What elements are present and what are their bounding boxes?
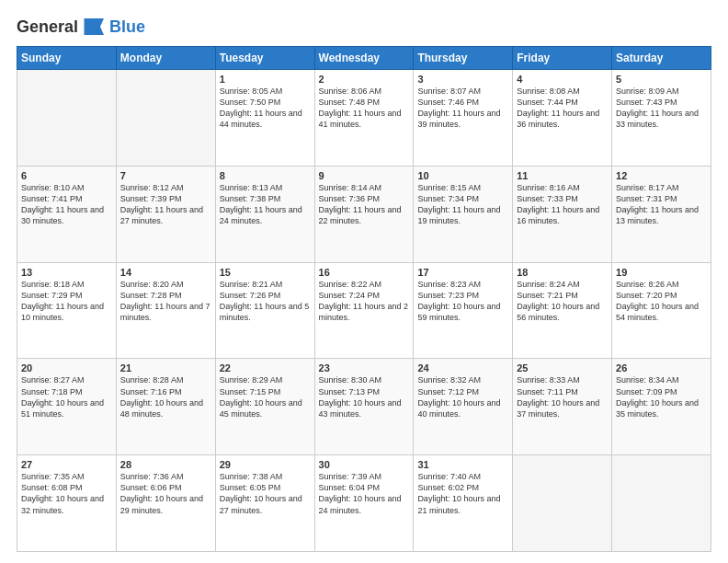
day-number: 7 — [120, 170, 211, 181]
calendar-cell: 23Sunrise: 8:30 AMSunset: 7:13 PMDayligh… — [314, 359, 414, 455]
calendar-cell: 21Sunrise: 8:28 AMSunset: 7:16 PMDayligh… — [116, 359, 215, 455]
cell-text-line: Sunset: 7:39 PM — [120, 193, 211, 204]
calendar-cell: 1Sunrise: 8:05 AMSunset: 7:50 PMDaylight… — [215, 70, 314, 167]
calendar-cell: 4Sunrise: 8:08 AMSunset: 7:44 PMDaylight… — [513, 70, 612, 167]
day-number: 16 — [319, 267, 410, 278]
day-number: 22 — [220, 362, 311, 373]
cell-text-line: Daylight: 10 hours and 54 minutes. — [616, 301, 707, 323]
logo: General Blue — [17, 17, 145, 37]
cell-text-line: Sunset: 7:29 PM — [21, 290, 112, 301]
cell-text-line: Sunrise: 8:33 AM — [517, 374, 608, 385]
cell-text-line: Sunrise: 8:12 AM — [120, 182, 211, 193]
calendar-cell: 20Sunrise: 8:27 AMSunset: 7:18 PMDayligh… — [17, 359, 117, 455]
calendar-cell: 9Sunrise: 8:14 AMSunset: 7:36 PMDaylight… — [314, 166, 414, 262]
cell-text-line: Daylight: 10 hours and 35 minutes. — [616, 397, 707, 419]
cell-text-line: Sunrise: 8:13 AM — [220, 182, 311, 193]
cell-text-line: Sunset: 7:44 PM — [517, 97, 608, 108]
cell-text-line: Sunrise: 7:36 AM — [120, 471, 211, 482]
cell-text-line: Sunset: 7:23 PM — [417, 290, 508, 301]
cell-text-line: Sunset: 7:34 PM — [417, 193, 508, 204]
logo-flag-icon — [82, 17, 108, 37]
cell-text-line: Sunset: 7:50 PM — [220, 97, 311, 108]
day-number: 4 — [517, 74, 608, 85]
calendar-cell: 8Sunrise: 8:13 AMSunset: 7:38 PMDaylight… — [215, 166, 314, 262]
cell-text-line: Sunset: 7:26 PM — [220, 290, 311, 301]
day-number: 10 — [417, 170, 508, 181]
cell-text-line: Sunset: 7:20 PM — [616, 290, 707, 301]
day-number: 1 — [220, 74, 311, 85]
cell-text-line: Sunset: 7:16 PM — [120, 386, 211, 397]
calendar-day-header: Friday — [513, 47, 612, 70]
cell-text-line: Sunset: 7:12 PM — [417, 386, 508, 397]
calendar-cell: 25Sunrise: 8:33 AMSunset: 7:11 PMDayligh… — [513, 359, 612, 455]
cell-text-line: Daylight: 10 hours and 21 minutes. — [417, 493, 508, 515]
cell-text-line: Sunset: 7:13 PM — [319, 386, 410, 397]
cell-text-line: Sunrise: 7:39 AM — [319, 471, 410, 482]
cell-text-line: Daylight: 10 hours and 59 minutes. — [417, 301, 508, 323]
calendar-cell: 24Sunrise: 8:32 AMSunset: 7:12 PMDayligh… — [414, 359, 513, 455]
logo-text-general: General — [17, 17, 78, 37]
calendar-week-row: 13Sunrise: 8:18 AMSunset: 7:29 PMDayligh… — [17, 262, 711, 359]
calendar-cell: 19Sunrise: 8:26 AMSunset: 7:20 PMDayligh… — [612, 262, 711, 359]
cell-text-line: Daylight: 11 hours and 30 minutes. — [21, 204, 112, 226]
calendar-day-header: Sunday — [17, 47, 117, 70]
day-number: 23 — [319, 362, 410, 373]
cell-text-line: Sunset: 7:31 PM — [616, 193, 707, 204]
calendar-cell: 17Sunrise: 8:23 AMSunset: 7:23 PMDayligh… — [414, 262, 513, 359]
cell-text-line: Sunrise: 7:38 AM — [220, 471, 311, 482]
cell-text-line: Daylight: 10 hours and 56 minutes. — [517, 301, 608, 323]
calendar-cell: 7Sunrise: 8:12 AMSunset: 7:39 PMDaylight… — [116, 166, 215, 262]
cell-text-line: Sunset: 7:43 PM — [616, 97, 707, 108]
day-number: 3 — [417, 74, 508, 85]
cell-text-line: Daylight: 11 hours and 39 minutes. — [417, 108, 508, 130]
calendar-week-row: 20Sunrise: 8:27 AMSunset: 7:18 PMDayligh… — [17, 359, 711, 455]
cell-text-line: Sunset: 7:24 PM — [319, 290, 410, 301]
day-number: 29 — [220, 459, 311, 470]
cell-text-line: Daylight: 11 hours and 10 minutes. — [21, 301, 112, 323]
day-number: 2 — [319, 74, 410, 85]
day-number: 24 — [417, 362, 508, 373]
cell-text-line: Sunrise: 8:17 AM — [616, 182, 707, 193]
cell-text-line: Sunrise: 8:05 AM — [220, 86, 311, 97]
cell-text-line: Sunrise: 8:22 AM — [319, 279, 410, 290]
cell-text-line: Sunrise: 8:10 AM — [21, 182, 112, 193]
cell-text-line: Sunset: 7:33 PM — [517, 193, 608, 204]
logo-area: General Blue — [17, 17, 145, 37]
day-number: 31 — [417, 459, 508, 470]
calendar-cell: 18Sunrise: 8:24 AMSunset: 7:21 PMDayligh… — [513, 262, 612, 359]
calendar-cell: 16Sunrise: 8:22 AMSunset: 7:24 PMDayligh… — [314, 262, 414, 359]
cell-text-line: Sunset: 7:18 PM — [21, 386, 112, 397]
cell-text-line: Daylight: 11 hours and 27 minutes. — [120, 204, 211, 226]
calendar-week-row: 27Sunrise: 7:35 AMSunset: 6:08 PMDayligh… — [17, 455, 711, 552]
cell-text-line: Daylight: 10 hours and 32 minutes. — [21, 493, 112, 515]
page: General Blue SundayMondayTuesdayWednesda… — [0, 0, 728, 563]
day-number: 15 — [220, 267, 311, 278]
cell-text-line: Sunrise: 8:27 AM — [21, 374, 112, 385]
cell-text-line: Sunset: 7:36 PM — [319, 193, 410, 204]
day-number: 11 — [517, 170, 608, 181]
cell-text-line: Sunset: 6:06 PM — [120, 482, 211, 493]
cell-text-line: Daylight: 11 hours and 36 minutes. — [517, 108, 608, 130]
cell-text-line: Sunrise: 8:29 AM — [220, 374, 311, 385]
cell-text-line: Sunrise: 8:32 AM — [417, 374, 508, 385]
cell-text-line: Sunrise: 7:40 AM — [417, 471, 508, 482]
day-number: 21 — [120, 362, 211, 373]
cell-text-line: Sunrise: 8:21 AM — [220, 279, 311, 290]
cell-text-line: Sunset: 7:11 PM — [517, 386, 608, 397]
cell-text-line: Sunset: 7:46 PM — [417, 97, 508, 108]
day-number: 8 — [220, 170, 311, 181]
calendar-cell — [17, 70, 117, 167]
calendar-day-header: Wednesday — [314, 47, 414, 70]
cell-text-line: Sunrise: 7:35 AM — [21, 471, 112, 482]
cell-text-line: Daylight: 11 hours and 16 minutes. — [517, 204, 608, 226]
cell-text-line: Daylight: 11 hours and 24 minutes. — [220, 204, 311, 226]
calendar-cell: 28Sunrise: 7:36 AMSunset: 6:06 PMDayligh… — [116, 455, 215, 552]
cell-text-line: Sunrise: 8:15 AM — [417, 182, 508, 193]
cell-text-line: Daylight: 10 hours and 37 minutes. — [517, 397, 608, 419]
cell-text-line: Sunrise: 8:14 AM — [319, 182, 410, 193]
calendar-cell: 6Sunrise: 8:10 AMSunset: 7:41 PMDaylight… — [17, 166, 117, 262]
cell-text-line: Daylight: 11 hours and 33 minutes. — [616, 108, 707, 130]
cell-text-line: Daylight: 11 hours and 19 minutes. — [417, 204, 508, 226]
cell-text-line: Daylight: 11 hours and 44 minutes. — [220, 108, 311, 130]
calendar-cell — [612, 455, 711, 552]
